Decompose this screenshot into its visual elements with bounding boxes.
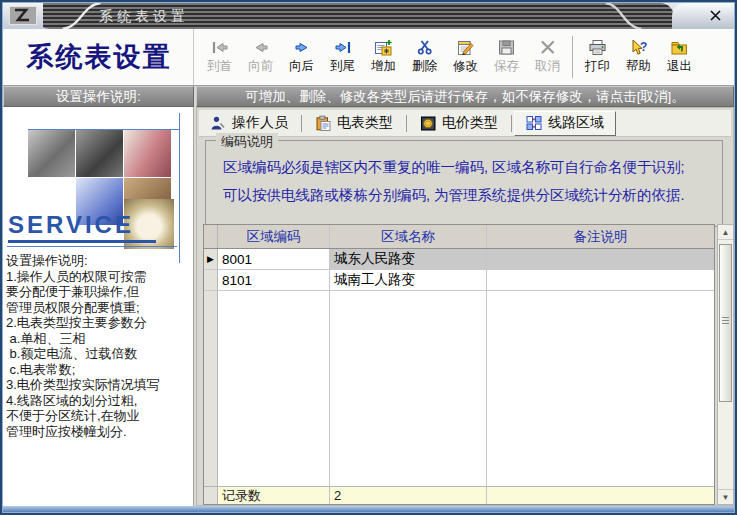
go-previous-button[interactable]: 向前 (240, 31, 281, 83)
table-row[interactable]: ▶ 8001 城东人民路变 (204, 249, 714, 270)
table-header-row: 区域编码 区域名称 备注说明 (204, 225, 714, 249)
table-footer-row: 记录数 2 (204, 486, 714, 504)
goto-first-button[interactable]: 到首 (199, 31, 240, 83)
instruction-line: 管理时应按楼幢划分. (6, 424, 194, 440)
cell-region-name[interactable]: 城南工人路变 (330, 270, 487, 290)
goto-last-button[interactable]: 到尾 (322, 31, 363, 83)
record-count-value: 2 (330, 487, 487, 504)
add-record-button[interactable]: 增加 (363, 31, 404, 83)
toolbar-buttons: 到首 向前 向后 到尾 (199, 30, 700, 84)
tab-label: 电表类型 (337, 114, 393, 132)
decor-line-vertical (179, 113, 180, 263)
tab-separator (406, 115, 407, 132)
current-row-arrow-icon: ▶ (207, 255, 214, 264)
delete-record-button[interactable]: 删除 (404, 31, 445, 83)
vertical-scrollbar[interactable]: ▲ ▼ (717, 224, 734, 505)
window-bottom-edge (3, 506, 734, 512)
row-indicator (204, 270, 218, 290)
close-icon[interactable] (709, 9, 722, 22)
goto-last-icon (333, 39, 353, 56)
cancel-button[interactable]: 取消 (527, 31, 568, 83)
operation-instructions: 设置操作说明: 1.操作人员的权限可按需 要分配便于兼职操作,但 管理员权限分配… (6, 253, 194, 439)
titlebar-close-plate (672, 3, 734, 29)
scrollbar-grip-icon (722, 317, 729, 325)
print-icon (588, 39, 608, 56)
cell-region-code[interactable]: 8101 (218, 270, 330, 290)
row-indicator: ▶ (204, 249, 218, 269)
operator-icon (210, 115, 226, 131)
photo-tools (28, 130, 75, 177)
instruction-line: 管理员权限分配要慎重; (6, 300, 194, 316)
instruction-line: a.单相、三相 (6, 331, 194, 347)
app-window: 系统表设置 系统表设置 到首 向前 (0, 0, 737, 515)
scroll-up-button[interactable]: ▲ (718, 225, 733, 240)
table-row[interactable]: 8101 城南工人路变 (204, 270, 714, 291)
decor-line-horizontal-2 (7, 246, 177, 247)
instruction-line: 4.线路区域的划分过粗, (6, 393, 194, 409)
page-title: 系统表设置 (5, 29, 194, 85)
exit-button[interactable]: 退出 (659, 31, 700, 83)
column-header-note[interactable]: 备注说明 (487, 225, 714, 248)
app-logo-icon (9, 6, 37, 25)
column-header-code[interactable]: 区域编码 (218, 225, 330, 248)
price-type-icon (420, 115, 436, 131)
service-underline (8, 240, 156, 243)
photo-pencils (124, 130, 171, 177)
tab-line-region[interactable]: 线路区域 (514, 111, 616, 136)
tab-meter-type[interactable]: 电表类型 (304, 111, 404, 136)
save-icon (497, 39, 517, 56)
titlebar-logo-plate (3, 3, 43, 29)
groupbox-title: 编码说明 (216, 133, 278, 151)
instruction-line: 1.操作人员的权限可按需 (6, 269, 194, 285)
exit-icon (670, 39, 690, 56)
cell-region-note[interactable] (487, 249, 714, 269)
svg-text:?: ? (640, 40, 647, 54)
window-title: 系统表设置 (99, 8, 189, 26)
photo-pen (76, 130, 123, 177)
main-panel: 操作人员 电表类型 电价类型 (196, 107, 734, 506)
instruction-line: 2.电表类型按主要参数分 (6, 315, 194, 331)
tab-label: 线路区域 (548, 114, 604, 132)
cancel-icon (538, 39, 558, 56)
sidebar: SERVICE 设置操作说明: 1.操作人员的权限可按需 要分配便于兼职操作,但… (3, 107, 194, 506)
tab-separator (511, 115, 512, 132)
print-button[interactable]: 打印 (577, 31, 618, 83)
sidebar-header: 设置操作说明: (3, 86, 194, 107)
cell-region-note[interactable] (487, 270, 714, 290)
tab-price-type[interactable]: 电价类型 (409, 111, 509, 136)
cell-region-code[interactable]: 8001 (218, 249, 330, 269)
region-table: 区域编码 区域名称 备注说明 ▶ 8001 城东人民路变 8101 城南工人路变 (203, 224, 715, 505)
delete-record-icon (415, 39, 435, 56)
toolbar-button-label: 到首 (207, 58, 232, 75)
edit-record-button[interactable]: 修改 (445, 31, 486, 83)
help-icon: ? (629, 39, 649, 56)
tab-operators[interactable]: 操作人员 (199, 111, 299, 136)
edit-record-icon (456, 39, 476, 56)
go-previous-icon (251, 39, 271, 56)
go-next-icon (292, 39, 312, 56)
scrollbar-thumb[interactable] (719, 244, 732, 402)
scroll-down-button[interactable]: ▼ (718, 489, 733, 504)
tab-label: 电价类型 (442, 114, 498, 132)
tab-separator (301, 115, 302, 132)
help-button[interactable]: ? 帮助 (618, 31, 659, 83)
instruction-line: 不便于分区统计,在物业 (6, 408, 194, 424)
table-empty-area (204, 291, 714, 486)
cell-region-name[interactable]: 城东人民路变 (330, 249, 487, 269)
line-region-icon (526, 115, 542, 131)
coding-note-line: 区域编码必须是辖区内不重复的唯一编码, 区域名称可自行命名便于识别; (223, 158, 718, 177)
column-header-name[interactable]: 区域名称 (330, 225, 487, 248)
goto-first-icon (210, 39, 230, 56)
save-button[interactable]: 保存 (486, 31, 527, 83)
tab-label: 操作人员 (232, 114, 288, 132)
go-next-button[interactable]: 向后 (281, 31, 322, 83)
instruction-line: 设置操作说明: (6, 253, 194, 269)
add-record-icon (374, 39, 394, 56)
instruction-line: b.额定电流、过载倍数 (6, 346, 194, 362)
row-indicator-empty (204, 291, 218, 486)
instruction-line: 3.电价类型按实际情况填写 (6, 377, 194, 393)
instruction-line: 要分配便于兼职操作,但 (6, 284, 194, 300)
coding-note-groupbox: 编码说明 区域编码必须是辖区内不重复的唯一编码, 区域名称可自行命名便于识别; … (205, 140, 723, 227)
coding-note-line: 可以按供电线路或楼栋分别编码, 为管理系统提供分区域统计分析的依据. (223, 186, 718, 205)
instruction-line: c.电表常数; (6, 362, 194, 378)
